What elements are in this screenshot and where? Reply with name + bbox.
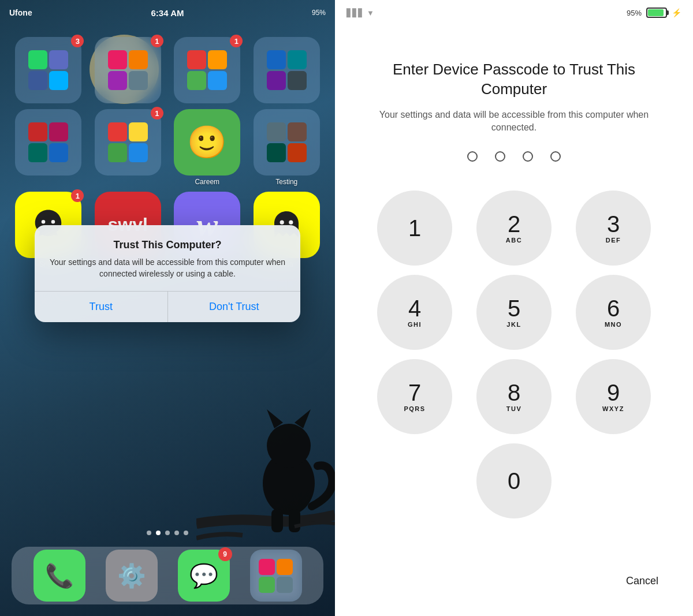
- status-right-icons: 95% ⚡: [627, 8, 681, 18]
- badge-3: 1: [230, 35, 243, 47]
- lightning-icon: ⚡: [672, 8, 681, 17]
- testing-label: Testing: [275, 178, 297, 186]
- num-btn-2[interactable]: 2 ABC: [476, 191, 552, 266]
- dialog-buttons: Trust Don't Trust: [35, 291, 300, 322]
- num-btn-6[interactable]: 6 MNO: [576, 275, 651, 350]
- badge-6: 1: [151, 107, 163, 120]
- num-digit-4: 4: [408, 297, 421, 320]
- time-label-left: 6:34 AM: [151, 8, 184, 18]
- num-digit-6: 6: [607, 297, 620, 320]
- num-letters-9: WXYZ: [602, 405, 624, 412]
- dock: 📞 ⚙️ 💬 9: [12, 547, 323, 604]
- dialog-title: Trust This Computer?: [46, 239, 289, 251]
- passcode-subtitle: Your settings and data will be accessibl…: [370, 109, 658, 135]
- dock-messages-wrapper: 💬 9: [178, 550, 230, 602]
- app-folder-5[interactable]: [15, 109, 81, 186]
- svg-point-1: [51, 220, 55, 224]
- left-panel: Ufone 6:34 AM 95% 3: [0, 0, 335, 616]
- num-letters-3: DEF: [606, 237, 621, 244]
- page-dot-2: [156, 531, 161, 535]
- carrier-label: Ufone: [9, 8, 32, 17]
- num-btn-5[interactable]: 5 JKL: [476, 275, 552, 350]
- battery-fill: [648, 9, 664, 16]
- dialog-body: Your settings and data will be accessibl…: [46, 257, 289, 279]
- passcode-dot-1: [467, 151, 478, 162]
- dock-folder[interactable]: [250, 550, 302, 602]
- num-btn-8[interactable]: 8 TUV: [476, 359, 552, 434]
- num-btn-1[interactable]: 1: [377, 191, 452, 266]
- num-btn-7[interactable]: 7 PQRS: [377, 359, 452, 434]
- numpad: 1 2 ABC 3 DEF 4 GHI 5 JKL 6 MNO 7 PQRS 8…: [335, 191, 693, 434]
- passcode-title: Enter Device Passcode to Trust This Comp…: [370, 60, 658, 99]
- wifi-icon: ▼: [367, 9, 374, 17]
- num-letters-5: JKL: [506, 321, 521, 328]
- app-folder-2[interactable]: 1: [95, 37, 161, 103]
- num-digit-8: 8: [508, 381, 520, 404]
- status-bar-left: Ufone 6:34 AM 95%: [0, 0, 335, 25]
- num-btn-3[interactable]: 3 DEF: [576, 191, 651, 266]
- badge-1: 3: [71, 35, 84, 47]
- num-letters-4: GHI: [408, 321, 422, 328]
- num-digit-3: 3: [607, 212, 620, 236]
- status-bar-right: ▋▋▋ ▼ 95% ⚡: [335, 0, 693, 25]
- badge-2: 1: [151, 35, 163, 47]
- app-careem[interactable]: 🙂 Careem: [174, 109, 240, 186]
- cat-silhouette: [196, 362, 335, 564]
- battery-percent-right: 95%: [627, 9, 642, 17]
- dock-settings[interactable]: ⚙️: [106, 550, 158, 602]
- passcode-dot-2: [495, 151, 505, 162]
- careem-label: Careem: [195, 178, 219, 186]
- svg-rect-9: [289, 509, 300, 532]
- svg-point-5: [267, 424, 311, 468]
- page-dot-5: [184, 531, 188, 535]
- passcode-header: Enter Device Passcode to Trust This Comp…: [335, 60, 693, 134]
- app-folder-3[interactable]: 1: [174, 37, 240, 103]
- right-panel: ▋▋▋ ▼ 95% ⚡ Enter Device Passcode to Tru…: [335, 0, 693, 616]
- passcode-dots: [467, 151, 561, 162]
- app-testing[interactable]: Testing: [254, 109, 320, 186]
- dont-trust-button[interactable]: Don't Trust: [168, 292, 301, 322]
- num-btn-0[interactable]: 0: [476, 443, 552, 518]
- cancel-button[interactable]: Cancel: [626, 575, 658, 587]
- num-letters-6: MNO: [605, 321, 622, 328]
- snapchat-badge: 1: [71, 189, 84, 202]
- messages-badge: 9: [218, 547, 232, 561]
- svg-rect-8: [271, 509, 283, 532]
- passcode-dot-3: [523, 151, 533, 162]
- battery-label-left: 95%: [312, 9, 326, 17]
- num-letters-2: ABC: [506, 237, 522, 244]
- trust-button[interactable]: Trust: [35, 292, 167, 322]
- svg-point-3: [289, 220, 293, 224]
- num-digit-2: 2: [508, 212, 520, 236]
- num-digit-9: 9: [607, 381, 620, 404]
- svg-point-0: [42, 220, 46, 224]
- page-dot-1: [147, 531, 151, 535]
- app-folder-4[interactable]: [254, 37, 320, 103]
- app-folder-1[interactable]: 3: [15, 37, 81, 103]
- num-digit-1: 1: [408, 216, 421, 240]
- svg-point-2: [280, 220, 284, 224]
- num-btn-4[interactable]: 4 GHI: [377, 275, 452, 350]
- status-icons-left: 95%: [312, 9, 326, 17]
- battery-tip: [667, 10, 669, 15]
- battery-indicator: [646, 8, 667, 18]
- status-right-carrier: ▋▋▋ ▼: [346, 9, 374, 17]
- passcode-dot-4: [550, 151, 561, 162]
- signal-bars-icon: ▋▋▋: [346, 9, 364, 17]
- trust-dialog: Trust This Computer? Your settings and d…: [35, 225, 300, 322]
- dialog-content: Trust This Computer? Your settings and d…: [35, 225, 300, 279]
- app-folder-6[interactable]: 1: [95, 109, 161, 186]
- num-letters-7: PQRS: [404, 405, 425, 412]
- num-letters-8: TUV: [506, 405, 522, 412]
- page-dot-3: [165, 531, 170, 535]
- num-digit-0: 0: [508, 469, 520, 492]
- num-digit-7: 7: [408, 381, 421, 404]
- num-digit-5: 5: [508, 297, 520, 320]
- page-dot-4: [174, 531, 179, 535]
- zero-row: 0: [476, 443, 552, 518]
- num-btn-9[interactable]: 9 WXYZ: [576, 359, 651, 434]
- dock-phone[interactable]: 📞: [33, 550, 85, 602]
